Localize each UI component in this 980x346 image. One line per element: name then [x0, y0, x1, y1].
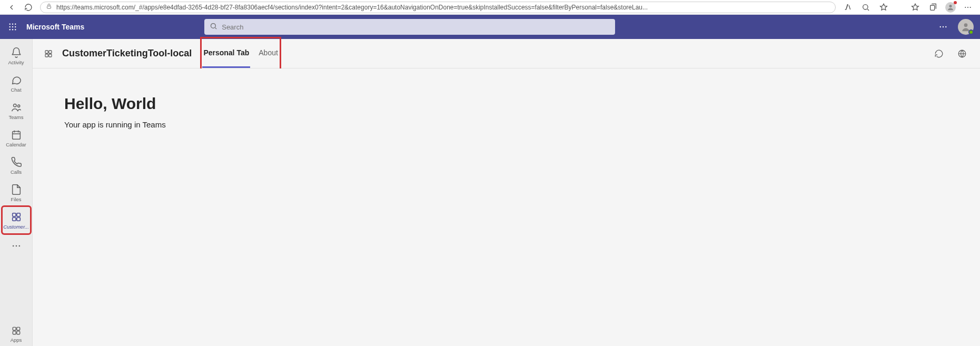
- svg-point-12: [15, 26, 16, 27]
- svg-point-14: [12, 29, 13, 30]
- main-area: CustomerTicketingTool-local Personal Tab…: [33, 39, 980, 346]
- teams-header: Microsoft Teams: [0, 15, 980, 39]
- browser-more-button[interactable]: [962, 2, 974, 13]
- search-box[interactable]: [204, 19, 615, 35]
- back-button[interactable]: [6, 2, 17, 13]
- app-icon: [43, 48, 54, 59]
- header-more-button[interactable]: [936, 19, 951, 34]
- tab-personal[interactable]: Personal Tab: [202, 39, 250, 68]
- rail-calendar[interactable]: Calendar: [2, 124, 31, 152]
- notification-dot: [954, 1, 957, 4]
- rail-more[interactable]: [2, 234, 31, 258]
- svg-rect-26: [12, 217, 15, 220]
- rail-activity[interactable]: Activity: [2, 42, 31, 70]
- app-rail: Activity Chat Teams Calendar Calls Files…: [0, 39, 33, 346]
- search-icon: [210, 22, 217, 32]
- svg-point-11: [12, 26, 13, 27]
- tab-label: About: [259, 48, 278, 57]
- browser-chrome: https://teams.microsoft.com/_#/apps/e8e4…: [0, 0, 980, 15]
- svg-rect-25: [16, 213, 19, 216]
- presence-indicator: [968, 29, 974, 35]
- svg-point-6: [970, 6, 971, 7]
- svg-point-18: [943, 26, 944, 27]
- app-tabs: Personal Tab About: [202, 39, 279, 68]
- zoom-button[interactable]: [860, 2, 872, 13]
- svg-point-9: [15, 24, 16, 25]
- rail-label: Teams: [9, 114, 24, 120]
- svg-point-16: [211, 23, 216, 28]
- svg-rect-31: [13, 327, 16, 330]
- svg-rect-23: [12, 131, 20, 139]
- rail-label: Files: [11, 196, 21, 202]
- svg-point-28: [12, 245, 14, 247]
- rail-apps[interactable]: Apps: [2, 322, 31, 346]
- tab-content: Hello, World Your app is running in Team…: [33, 68, 980, 346]
- svg-point-5: [967, 6, 968, 7]
- svg-point-13: [9, 29, 11, 30]
- url-text: https://teams.microsoft.com/_#/apps/e8e4…: [56, 4, 830, 11]
- svg-rect-24: [12, 213, 15, 216]
- rail-label: Chat: [11, 87, 21, 93]
- svg-point-29: [15, 245, 17, 247]
- svg-point-22: [17, 105, 19, 107]
- read-aloud-button[interactable]: [842, 2, 854, 13]
- rail-chat[interactable]: Chat: [2, 70, 31, 97]
- search-input[interactable]: [222, 23, 610, 31]
- rail-label: Activity: [8, 60, 24, 65]
- rail-label: Customer...: [3, 224, 29, 230]
- svg-point-19: [945, 26, 946, 27]
- app-title: CustomerTicketingTool-local: [62, 48, 192, 59]
- content-heading: Hello, World: [64, 95, 948, 113]
- favorites-add-button[interactable]: [878, 2, 889, 13]
- svg-point-21: [13, 104, 16, 107]
- browser-profile-button[interactable]: [945, 2, 956, 13]
- svg-rect-38: [49, 54, 52, 56]
- svg-rect-27: [16, 217, 19, 220]
- address-bar[interactable]: https://teams.microsoft.com/_#/apps/e8e4…: [40, 2, 836, 13]
- content-subtext: Your app is running in Teams: [64, 120, 948, 129]
- lock-icon: [46, 3, 52, 11]
- svg-rect-2: [930, 5, 935, 10]
- reload-tab-button[interactable]: [932, 46, 946, 61]
- svg-point-30: [18, 245, 20, 247]
- svg-point-17: [940, 26, 941, 27]
- tab-about[interactable]: About: [258, 39, 279, 68]
- app-header: CustomerTicketingTool-local Personal Tab…: [33, 39, 980, 68]
- svg-point-15: [15, 29, 16, 30]
- svg-rect-32: [16, 327, 19, 330]
- collections-button[interactable]: [927, 2, 939, 13]
- svg-rect-33: [13, 331, 16, 334]
- rail-apps-label: Apps: [11, 337, 22, 343]
- rail-label: Calls: [11, 169, 22, 175]
- svg-rect-37: [45, 54, 48, 56]
- svg-point-1: [863, 4, 868, 9]
- rail-label: Calendar: [6, 142, 26, 147]
- rail-customer-app[interactable]: Customer...: [2, 206, 31, 234]
- svg-point-7: [9, 24, 11, 25]
- brand-label: Microsoft Teams: [26, 23, 84, 31]
- svg-rect-35: [45, 51, 48, 53]
- rail-files[interactable]: Files: [2, 179, 31, 206]
- svg-point-4: [965, 6, 966, 7]
- svg-rect-36: [49, 51, 52, 53]
- svg-point-3: [949, 5, 952, 7]
- svg-point-8: [12, 24, 13, 25]
- svg-rect-0: [47, 6, 51, 9]
- tab-label: Personal Tab: [203, 48, 249, 57]
- rail-calls[interactable]: Calls: [2, 152, 31, 179]
- popout-button[interactable]: [955, 46, 969, 61]
- profile-avatar[interactable]: [958, 19, 974, 35]
- refresh-button[interactable]: [23, 2, 34, 13]
- app-launcher-button[interactable]: [6, 21, 19, 33]
- svg-rect-34: [16, 331, 19, 334]
- favorites-button[interactable]: [909, 2, 921, 13]
- rail-teams[interactable]: Teams: [2, 97, 31, 124]
- svg-point-20: [964, 23, 968, 27]
- svg-point-10: [9, 26, 11, 27]
